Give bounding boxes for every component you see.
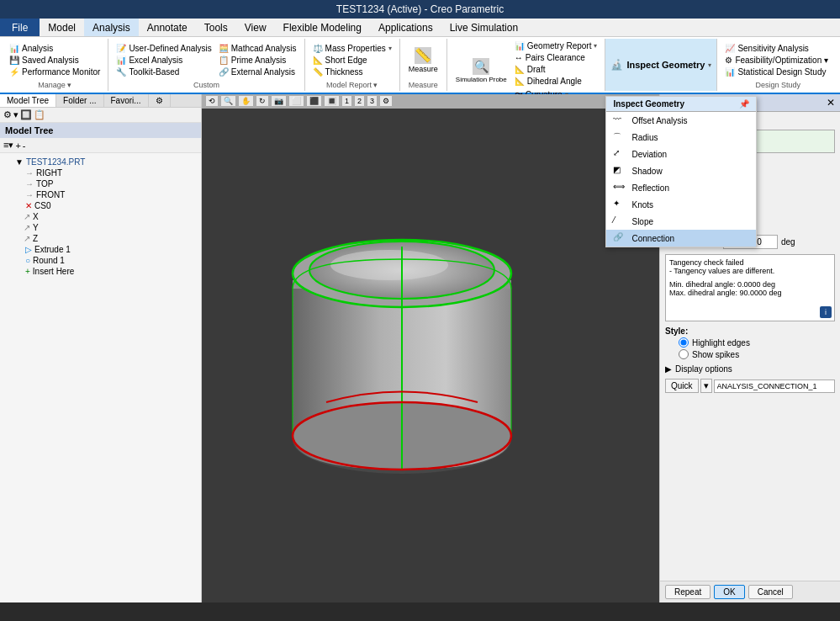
- inspect-geometry-btn[interactable]: 🔬 Inspect Geometry ▾: [610, 59, 711, 71]
- vp-btn-pan[interactable]: ✋: [238, 95, 254, 107]
- btn-thickness[interactable]: 📏Thickness: [310, 66, 394, 77]
- btn-measure[interactable]: 📏 Measure: [405, 45, 441, 75]
- menu-view[interactable]: View: [236, 19, 275, 36]
- quick-name-input[interactable]: [714, 380, 835, 393]
- vp-btn-view1[interactable]: 1: [341, 95, 352, 107]
- menu-live-sim[interactable]: Live Simulation: [441, 19, 526, 36]
- tree-item-z[interactable]: ↗ Z: [3, 233, 198, 244]
- menu-applications[interactable]: Applications: [370, 19, 441, 36]
- menu-tools[interactable]: Tools: [196, 19, 236, 36]
- dropdown-pin-icon[interactable]: 📌: [739, 99, 749, 109]
- spikes-radio[interactable]: [679, 349, 689, 359]
- tree-toolbar-icon1[interactable]: ⚙: [3, 109, 12, 120]
- tab-icon4[interactable]: ⚙: [149, 94, 171, 107]
- btn-user-defined[interactable]: 📝User-Defined Analysis: [114, 43, 214, 54]
- tab-folder[interactable]: Folder ...: [56, 94, 103, 107]
- manage-content: 📊 Analysis 💾 Saved Analysis ⚡ Performanc…: [7, 40, 103, 79]
- tree-insert-label: Insert Here: [33, 267, 74, 276]
- vp-btn-front[interactable]: ⬜: [288, 95, 304, 107]
- btn-excel[interactable]: 📊Excel Analysis: [114, 55, 214, 66]
- highlight-radio[interactable]: [679, 337, 689, 348]
- menu-flexible[interactable]: Flexible Modeling: [275, 19, 370, 36]
- tree-item-top[interactable]: → TOP: [3, 178, 198, 189]
- vp-btn-settings[interactable]: ⚙: [379, 95, 393, 107]
- tree-expand-icon[interactable]: +: [15, 141, 20, 151]
- result-line5: Max. dihedral angle: 90.0000 deg: [669, 289, 831, 297]
- tree-item-front[interactable]: → FRONT: [3, 189, 198, 200]
- tree-toolbar2: ≡▾ + -: [0, 138, 201, 153]
- dropdown-item-offset[interactable]: 〰 Offset Analysis: [606, 112, 756, 129]
- vp-btn-refit[interactable]: ⟲: [205, 95, 219, 107]
- cancel-button[interactable]: Cancel: [748, 585, 793, 599]
- vp-btn-view3[interactable]: 3: [367, 95, 378, 107]
- btn-short-edge[interactable]: 📐Short Edge: [310, 55, 394, 66]
- btn-prime[interactable]: 📋Prime Analysis: [216, 55, 299, 66]
- tab-favori[interactable]: Favori...: [104, 94, 149, 107]
- vp-btn-perspective[interactable]: 📷: [271, 95, 287, 107]
- vp-btn-shading[interactable]: ⬛: [306, 95, 322, 107]
- dropdown-item-connection[interactable]: 🔗 Connection: [606, 230, 756, 247]
- btn-dihedral[interactable]: 📐Dihedral Angle: [512, 76, 600, 87]
- menu-model[interactable]: Model: [40, 19, 84, 36]
- menu-analysis[interactable]: Analysis: [84, 19, 139, 36]
- dropdown-item-shadow[interactable]: ◩ Shadow: [606, 162, 756, 179]
- vp-btn-edges[interactable]: 🔳: [324, 95, 340, 107]
- btn-mathcad[interactable]: 🧮Mathcad Analysis: [216, 43, 299, 54]
- quick-button[interactable]: Quick: [665, 379, 699, 393]
- vp-btn-zoom[interactable]: 🔍: [220, 95, 236, 107]
- btn-external[interactable]: 🔗External Analysis: [216, 66, 299, 77]
- btn-perf-monitor[interactable]: ⚡ Performance Monitor: [7, 66, 103, 77]
- title-bar: TEST1234 (Active) - Creo Parametric: [0, 0, 840, 19]
- btn-toolkit[interactable]: 🔧Toolkit-Based: [114, 66, 214, 77]
- result-line2: - Tangency values are different.: [669, 267, 831, 275]
- tree-item-y[interactable]: ↗ Y: [3, 222, 198, 233]
- tree-toolbar-icon2[interactable]: ▾: [13, 109, 18, 120]
- btn-draft[interactable]: 📐Draft: [512, 64, 600, 75]
- tree-item-x[interactable]: ↗ X: [3, 211, 198, 222]
- dropdown-item-knots[interactable]: ✦ Knots: [606, 196, 756, 213]
- tree-icon-cs0: ✕: [25, 201, 32, 210]
- user-defined-label: User-Defined Analysis: [129, 44, 211, 53]
- ok-button[interactable]: OK: [714, 585, 744, 599]
- btn-pairs-clearance[interactable]: ↔Pairs Clearance: [512, 52, 600, 63]
- tree-item-extrude[interactable]: ▷ Extrude 1: [3, 244, 198, 255]
- btn-statistical[interactable]: 📊Statistical Design Study: [722, 66, 831, 77]
- tree-icon-extrude: ▷: [25, 245, 32, 254]
- custom-label: Custom: [114, 79, 298, 89]
- btn-geo-report[interactable]: 📊Geometry Report ▾: [512, 40, 600, 51]
- viewport[interactable]: ⟲ 🔍 ✋ ↻ 📷 ⬜ ⬛ 🔳 1 2 3 ⚙: [202, 94, 659, 602]
- display-options-expand-icon[interactable]: ▶: [665, 364, 672, 374]
- tree-filter-icon[interactable]: ≡▾: [3, 140, 13, 151]
- menu-annotate[interactable]: Annotate: [139, 19, 196, 36]
- tab-model-tree[interactable]: Model Tree: [0, 94, 56, 107]
- quick-dropdown-icon[interactable]: ▾: [700, 379, 712, 393]
- btn-feasibility[interactable]: ⚙Feasibility/Optimization ▾: [722, 55, 831, 66]
- tree-toolbar-icon4[interactable]: 📋: [34, 109, 45, 120]
- btn-saved-analysis[interactable]: 💾 Saved Analysis: [7, 55, 103, 66]
- menu-file[interactable]: File: [0, 19, 40, 36]
- btn-analysis[interactable]: 📊 Analysis: [7, 43, 103, 54]
- quick-row: Quick ▾: [665, 379, 835, 393]
- tree-collapse-icon[interactable]: -: [23, 141, 26, 151]
- btn-sim-probe[interactable]: 🔍 Simulation Probe: [452, 56, 510, 85]
- tree-item-cs0[interactable]: ✕ CS0: [3, 200, 198, 211]
- dropdown-item-deviation[interactable]: ⤢ Deviation: [606, 146, 756, 162]
- ribbon-group-manage: 📊 Analysis 💾 Saved Analysis ⚡ Performanc…: [2, 39, 108, 91]
- dialog-close-icon[interactable]: ✕: [827, 97, 835, 109]
- dropdown-item-slope[interactable]: ∕ Slope: [606, 213, 756, 230]
- repeat-button[interactable]: Repeat: [665, 585, 711, 599]
- tree-toolbar-icon3[interactable]: 🔲: [20, 109, 32, 120]
- tree-item-insert[interactable]: + Insert Here: [3, 266, 198, 277]
- tree-item-root[interactable]: ▼ TEST1234.PRT: [3, 157, 198, 167]
- dropdown-item-radius[interactable]: ⌒ Radius: [606, 129, 756, 146]
- spikes-row: Show spikes: [665, 349, 835, 359]
- tree-icon-plane: →: [25, 168, 34, 178]
- btn-mass-props[interactable]: ⚖️Mass Properties ▾: [310, 43, 394, 54]
- reflection-icon: ⟺: [613, 182, 626, 194]
- tree-item-round[interactable]: ○ Round 1: [3, 255, 198, 266]
- vp-btn-rotate[interactable]: ↻: [256, 95, 269, 107]
- dropdown-item-reflection[interactable]: ⟺ Reflection: [606, 179, 756, 196]
- vp-btn-view2[interactable]: 2: [354, 95, 365, 107]
- tree-item-right[interactable]: → RIGHT: [3, 167, 198, 178]
- btn-sensitivity[interactable]: 📈Sensitivity Analysis: [722, 43, 831, 54]
